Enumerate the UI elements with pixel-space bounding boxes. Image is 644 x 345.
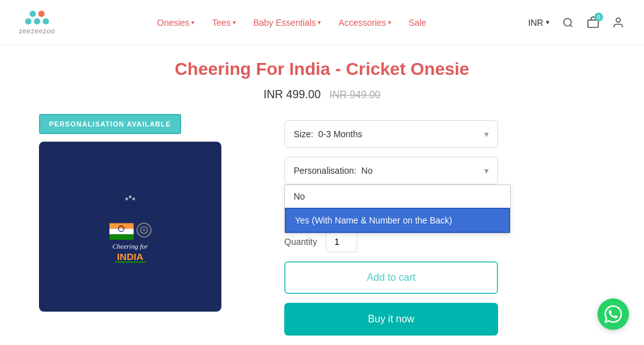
size-label: Size: 0-3 Months <box>294 129 362 139</box>
header: zeezeezoo Onesies ▾ Tees ▾ Baby Essentia… <box>0 0 644 45</box>
add-to-cart-button[interactable]: Add to cart <box>284 261 498 294</box>
cart-icon[interactable]: 0 <box>586 16 600 30</box>
personalisation-badge: PERSONALISATION AVAILABLE <box>39 114 181 134</box>
nav-baby-essentials[interactable]: Baby Essentials ▾ <box>253 18 321 28</box>
tshirt-svg: Cheering for INDIA <box>61 157 199 296</box>
logo-dot-3 <box>25 18 31 25</box>
svg-rect-6 <box>109 234 134 240</box>
price-current: INR 499.00 <box>264 88 321 101</box>
price-row: INR 499.00 INR 949.00 <box>264 88 380 101</box>
logo-dot-1 <box>30 11 36 17</box>
nav-sale[interactable]: Sale <box>409 18 426 28</box>
product-title: Cheering For India - Cricket Onesie <box>175 58 469 81</box>
product-image: Cheering for INDIA <box>39 142 221 312</box>
svg-text:INDIA: INDIA <box>117 251 143 262</box>
chevron-down-icon: ▾ <box>191 19 194 26</box>
svg-point-16 <box>132 198 135 200</box>
quantity-row: Quantity <box>284 231 605 252</box>
whatsapp-button[interactable] <box>597 298 629 330</box>
personalisation-selector[interactable]: Personalisation: No ▾ <box>284 157 498 184</box>
controls-side: Size: 0-3 Months ▾ Personalisation: No ▾… <box>284 114 605 336</box>
buy-now-button[interactable]: Buy it now <box>284 303 498 336</box>
personalisation-dropdown-menu: No Yes (With Name & Number on the Back) <box>284 184 511 234</box>
svg-point-10 <box>143 229 145 231</box>
main-content: Cheering For India - Cricket Onesie INR … <box>0 45 644 345</box>
chevron-down-icon: ▾ <box>546 18 550 26</box>
svg-point-14 <box>125 198 128 200</box>
header-actions: INR ▾ 0 <box>528 16 625 30</box>
chevron-down-icon: ▾ <box>318 19 321 26</box>
main-nav: Onesies ▾ Tees ▾ Baby Essentials ▾ Acces… <box>157 18 426 28</box>
cart-badge: 0 <box>594 13 603 21</box>
quantity-label: Quantity <box>284 237 317 247</box>
svg-line-1 <box>570 25 572 26</box>
nav-onesies[interactable]: Onesies ▾ <box>157 18 194 28</box>
logo[interactable]: zeezeezoo <box>19 11 55 35</box>
chevron-down-icon: ▾ <box>233 19 236 26</box>
chevron-down-icon: ▾ <box>484 166 489 176</box>
logo-dot-4 <box>34 18 40 25</box>
price-original: INR 949.00 <box>330 89 380 101</box>
svg-text:Cheering for: Cheering for <box>113 243 148 251</box>
svg-point-0 <box>564 18 571 26</box>
personalisation-dropdown-container: Personalisation: No ▾ No Yes (With Name … <box>284 157 498 184</box>
quantity-input[interactable] <box>326 231 357 252</box>
chevron-down-icon: ▾ <box>484 129 489 139</box>
chevron-down-icon: ▾ <box>388 19 391 26</box>
logo-dot-5 <box>43 18 49 25</box>
personalisation-label: Personalisation: No <box>294 166 372 176</box>
dropdown-option-no[interactable]: No <box>285 185 510 208</box>
search-icon[interactable] <box>561 16 575 30</box>
nav-accessories[interactable]: Accessories ▾ <box>338 18 391 28</box>
currency-selector[interactable]: INR ▾ <box>528 18 550 28</box>
user-icon[interactable] <box>611 16 625 30</box>
size-selector[interactable]: Size: 0-3 Months ▾ <box>284 120 498 148</box>
logo-dot-2 <box>38 11 45 17</box>
nav-tees[interactable]: Tees ▾ <box>212 18 236 28</box>
svg-point-3 <box>616 18 621 22</box>
product-area: PERSONALISATION AVAILABLE Cheer <box>39 114 605 336</box>
svg-point-15 <box>129 196 131 198</box>
logo-name: zeezeezoo <box>19 27 55 35</box>
image-side: PERSONALISATION AVAILABLE Cheer <box>39 114 253 336</box>
dropdown-option-yes[interactable]: Yes (With Name & Number on the Back) <box>285 208 510 233</box>
